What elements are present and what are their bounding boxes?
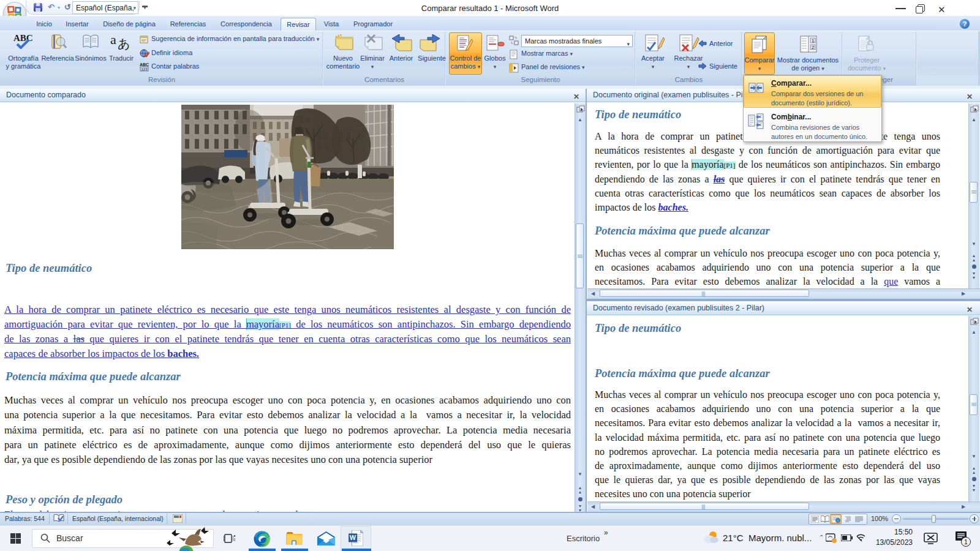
svg-text:W: W <box>350 534 356 541</box>
svg-text:ABC: ABC <box>140 62 149 67</box>
svg-text:1: 1 <box>812 38 815 43</box>
svg-text:2: 2 <box>812 45 815 50</box>
svg-text:123: 123 <box>141 67 148 71</box>
